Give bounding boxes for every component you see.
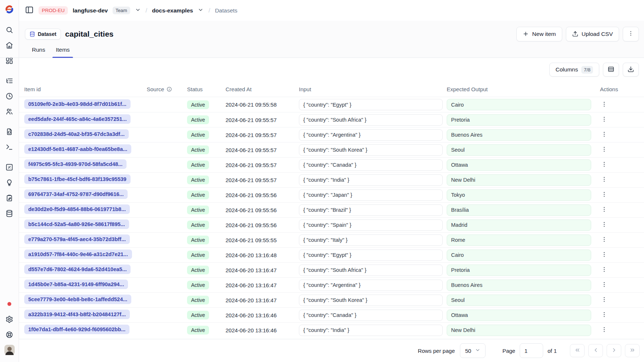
item-id-link[interactable]: 1f0e7da1-dbff-4e60-929d-f6095602bb... <box>24 325 129 334</box>
row-height-button[interactable] <box>603 63 619 77</box>
new-item-button[interactable]: New item <box>516 27 562 41</box>
input-cell[interactable]: { "country": "Argentina" } <box>299 280 443 291</box>
org-type-badge[interactable]: Team <box>113 7 130 14</box>
dataset-actions-button[interactable] <box>623 27 639 41</box>
expected-output-cell[interactable]: Cairo <box>447 99 591 110</box>
columns-button[interactable]: Columns 7/8 <box>549 63 599 77</box>
sidebar-item-playground[interactable] <box>3 140 16 154</box>
table-row[interactable]: e12430df-5e81-4687-aabb-f0ea65be8a... Ac… <box>19 142 644 157</box>
expected-output-cell[interactable]: New Delhi <box>447 325 591 336</box>
sidebar-item-evaluation[interactable] <box>3 160 16 174</box>
sidebar-toggle-button[interactable] <box>25 5 34 16</box>
row-actions-button[interactable] <box>599 325 610 336</box>
page-number-input[interactable] <box>520 343 543 358</box>
input-cell[interactable]: { "country": "Egypt" } <box>299 250 443 261</box>
langfuse-logo-icon[interactable] <box>5 5 14 14</box>
input-cell[interactable]: { "country": "South Africa" } <box>299 265 443 276</box>
col-header-input[interactable]: Input <box>299 86 447 92</box>
input-cell[interactable]: { "country": "Canada" } <box>299 159 443 171</box>
expected-output-cell[interactable]: Madrid <box>447 219 591 231</box>
expected-output-cell[interactable]: Buenos Aires <box>447 280 591 291</box>
input-cell[interactable]: { "country": "Brazil" } <box>299 204 443 216</box>
row-actions-button[interactable] <box>599 219 610 230</box>
input-cell[interactable]: { "country": "Spain" } <box>299 219 443 231</box>
project-name[interactable]: docs-examples <box>152 7 193 14</box>
item-id-link[interactable]: b5c144cd-52a5-4a80-926e-58617f895... <box>24 219 129 229</box>
input-cell[interactable]: { "country": "India" } <box>299 174 443 186</box>
table-row[interactable]: a322b319-9412-4f43-b8f2-b20484127f... Ac… <box>19 307 644 322</box>
export-button[interactable] <box>623 63 639 77</box>
table-row[interactable]: 69764737-34af-4752-9787-d90df9616... Act… <box>19 187 644 202</box>
item-id-link[interactable]: a1910d57-7f84-440c-9e46-a31c2d7e21... <box>24 250 132 259</box>
row-actions-button[interactable] <box>599 250 610 261</box>
row-actions-button[interactable] <box>599 295 610 306</box>
next-page-button[interactable] <box>607 344 621 357</box>
col-header-expected-output[interactable]: Expected Output <box>447 86 597 92</box>
input-cell[interactable]: { "country": "South Korea" } <box>299 144 443 156</box>
table-row[interactable]: 05109ef0-2e3b-4e03-98dd-8f7d01b61f... Ac… <box>19 97 644 112</box>
tab-items[interactable]: Items <box>52 43 73 58</box>
input-cell[interactable]: { "country": "Italy" } <box>299 234 443 246</box>
sidebar-item-tracing[interactable] <box>3 74 16 87</box>
table-row[interactable]: eed5dafe-244f-465c-a84c-4a6e357251... Ac… <box>19 112 644 127</box>
item-id-link[interactable]: 05109ef0-2e3b-4e03-98dd-8f7d01b61f... <box>24 99 131 109</box>
expected-output-cell[interactable]: Ottawa <box>447 310 591 321</box>
prev-page-button[interactable] <box>588 344 603 357</box>
row-actions-button[interactable] <box>599 114 610 125</box>
expected-output-cell[interactable]: New Delhi <box>447 174 591 186</box>
expected-output-cell[interactable]: Buenos Aires <box>447 129 591 141</box>
col-header-item-id[interactable]: Item id <box>24 86 147 92</box>
sidebar-item-datasets[interactable] <box>3 207 16 220</box>
table-row[interactable]: de30d2e0-f5d9-4854-88b6-0619771b8... Act… <box>19 202 644 217</box>
row-actions-button[interactable] <box>599 144 610 155</box>
sidebar-item-prompts[interactable] <box>3 125 16 138</box>
row-actions-button[interactable] <box>599 189 610 200</box>
col-header-status[interactable]: Status <box>187 86 226 92</box>
expected-output-cell[interactable]: Tokyo <box>447 189 591 201</box>
table-row[interactable]: 5cee7779-3e00-4eb8-be8c-1affedd524... Ac… <box>19 292 644 307</box>
table-row[interactable]: c702838d-24d5-40a2-bf35-67dc3a3df... Act… <box>19 127 644 142</box>
expected-output-cell[interactable]: Seoul <box>447 144 591 156</box>
item-id-link[interactable]: b75c7861-1fbe-45cf-bdf6-83f139c95539 <box>24 174 131 184</box>
col-header-source[interactable]: Source <box>147 86 187 92</box>
first-page-button[interactable] <box>570 344 585 357</box>
sidebar-item-insights[interactable] <box>3 176 16 189</box>
last-page-button[interactable] <box>625 344 640 357</box>
input-cell[interactable]: { "country": "Japan" } <box>299 189 443 201</box>
table-row[interactable]: e779a270-579a-4f45-aec4-35b72d3bff... Ac… <box>19 232 644 247</box>
rows-per-page-select[interactable]: 50 <box>460 343 486 358</box>
table-row[interactable]: 1d45b0e7-b85a-4231-9149-6ff90a294... Act… <box>19 277 644 292</box>
item-id-link[interactable]: a322b319-9412-4f43-b8f2-b20484127f... <box>24 310 130 319</box>
input-cell[interactable]: { "country": "Argentina" } <box>299 129 443 141</box>
sidebar-item-account[interactable] <box>3 343 16 357</box>
org-name[interactable]: langfuse-dev <box>73 7 108 14</box>
row-actions-button[interactable] <box>599 280 610 291</box>
expected-output-cell[interactable]: Ottawa <box>447 159 591 171</box>
row-actions-button[interactable] <box>599 310 610 321</box>
item-id-link[interactable]: f4975c95-5fc3-4939-970d-58fa5cd48... <box>24 159 127 169</box>
expected-output-cell[interactable]: Brasília <box>447 204 591 216</box>
expected-output-cell[interactable]: Pretoria <box>447 114 591 126</box>
sidebar-item-settings[interactable] <box>3 313 16 326</box>
sidebar-item-sessions[interactable] <box>3 89 16 103</box>
item-id-link[interactable]: e12430df-5e81-4687-aabb-f0ea65be8a... <box>24 144 131 154</box>
row-actions-button[interactable] <box>599 174 610 185</box>
expected-output-cell[interactable]: Rome <box>447 234 591 246</box>
expected-output-cell[interactable]: Cairo <box>447 250 591 261</box>
input-cell[interactable]: { "country": "India" } <box>299 325 443 336</box>
row-actions-button[interactable] <box>599 129 610 140</box>
sidebar-item-users[interactable] <box>3 105 16 118</box>
col-header-created-at[interactable]: Created At <box>226 86 299 92</box>
item-id-link[interactable]: e779a270-579a-4f45-aec4-35b72d3bff... <box>24 234 130 244</box>
item-id-link[interactable]: 1d45b0e7-b85a-4231-9149-6ff90a294... <box>24 280 128 289</box>
upload-csv-button[interactable]: Upload CSV <box>566 27 619 41</box>
item-id-link[interactable]: de30d2e0-f5d9-4854-88b6-0619771b8... <box>24 204 130 214</box>
item-id-link[interactable]: 69764737-34af-4752-9787-d90df9616... <box>24 189 128 199</box>
row-actions-button[interactable] <box>599 234 610 245</box>
table-row[interactable]: b5c144cd-52a5-4a80-926e-58617f895... Act… <box>19 217 644 232</box>
table-row[interactable]: 1f0e7da1-dbff-4e60-929d-f6095602bb... Ac… <box>19 322 644 337</box>
input-cell[interactable]: { "country": "Canada" } <box>299 310 443 321</box>
item-id-link[interactable]: eed5dafe-244f-465c-a84c-4a6e357251... <box>24 114 131 124</box>
org-switcher-chevron-icon[interactable] <box>135 7 141 14</box>
table-row[interactable]: a1910d57-7f84-440c-9e46-a31c2d7e21... Ac… <box>19 247 644 262</box>
